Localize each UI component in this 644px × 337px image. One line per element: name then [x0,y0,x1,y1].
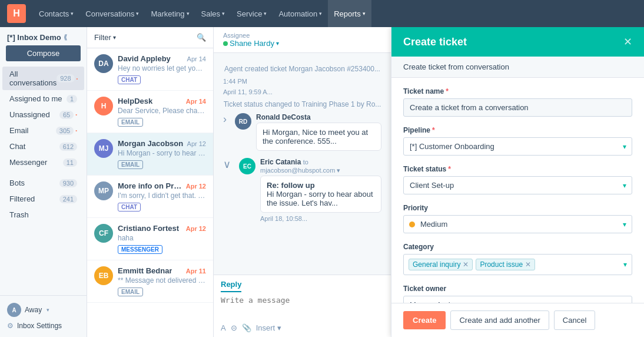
compose-button[interactable]: Compose [6,45,81,61]
nav-reports[interactable]: Reports ▾ [328,0,371,27]
create-ticket-panel: Create ticket ✕ Create ticket from conve… [391,27,644,337]
cancel-button[interactable]: Cancel [554,310,595,330]
reply-tab[interactable]: Reply [221,280,241,292]
insert-button[interactable]: Insert ▾ [256,323,281,332]
category-tags-input[interactable]: General inquiry ✕ Product issue ✕ ▾ [403,254,632,275]
panel-header: Create ticket ✕ [391,27,644,57]
filter-button[interactable]: Filter ▾ [94,33,116,42]
chevron-down-icon: ▾ [276,40,279,47]
search-button[interactable]: 🔍 [197,33,206,42]
collapse-icon[interactable]: ∨ [223,158,231,222]
message-time: April 18, 10:58... [260,215,381,222]
ticket-status-select[interactable]: Client Set-upNewIn ProgressClosed [403,176,632,194]
sidebar-header: [*] Inbox Demo ⟪ [0,27,87,45]
sidebar-item-messenger[interactable]: Messenger 11 [2,155,84,170]
nav-service[interactable]: Service ▾ [231,0,273,27]
expand-icon[interactable]: › [223,113,227,151]
avatar: RD [235,113,251,130]
avatar: MP [94,181,113,200]
system-message: Ticket status changed to Training Phase … [223,100,381,108]
panel-title: Create ticket [403,36,467,48]
chevron-down-icon: ▾ [136,11,139,16]
conv-header: Assignee Shane Hardy ▾ [214,27,391,53]
panel-footer: Create Create and add another Cancel [391,303,644,337]
message-time: 1:44 PM [223,78,381,85]
nav-conversations[interactable]: Conversations ▾ [79,0,145,27]
nav-sales[interactable]: Sales ▾ [195,0,231,27]
chevron-down-icon: ▾ [264,11,267,16]
gear-icon: ⚙ [7,322,14,330]
sidebar-item-all-conversations[interactable]: All conversations 928 • [2,67,84,90]
reply-area: Reply A ⊝ 📎 Insert ▾ [214,275,391,337]
conversation-list: Filter ▾ 🔍 DA David Appleby Apr 14 Hey n… [87,27,214,337]
conv-item[interactable]: MP More info on Produ... Apr 12 I'm sorr… [87,176,213,218]
paperclip-icon[interactable]: 📎 [242,323,251,332]
sidebar-item-filtered[interactable]: Filtered 241 [2,191,84,206]
create-button[interactable]: Create [403,311,446,329]
reply-toolbar: A ⊝ 📎 Insert ▾ [221,323,384,332]
attachment-button[interactable]: ⊝ [231,323,237,332]
ticket-name-input[interactable] [403,98,632,117]
avatar: DA [94,54,113,73]
pipeline-select[interactable]: [*] Customer OnboardingSales PipelineSup… [403,137,632,156]
unread-dot: • [75,112,77,117]
hubspot-logo: H [7,4,26,23]
away-status[interactable]: A Away ▾ [7,300,79,319]
format-text-button[interactable]: A [221,323,226,332]
avatar: H [94,97,113,115]
conv-item[interactable]: H HelpDesk Apr 14 Dear Service, Please c… [87,91,213,133]
chevron-down-icon: ▾ [71,11,74,16]
nav-marketing[interactable]: Marketing ▾ [145,0,195,27]
sidebar-item-chat[interactable]: Chat 612 [2,139,84,154]
sidebar: [*] Inbox Demo ⟪ Compose All conversatio… [0,27,87,337]
chevron-down-icon: ▾ [363,11,366,16]
inbox-settings[interactable]: ⚙ Inbox Settings [7,319,79,332]
conversation-main: Assignee Shane Hardy ▾ Agent created tic… [214,27,391,337]
chevron-down-icon[interactable]: ▾ [623,260,627,269]
conv-list-header: Filter ▾ 🔍 [87,27,213,48]
create-and-add-another-button[interactable]: Create and add another [450,310,549,330]
avatar: EB [94,266,113,285]
chevron-down-icon: ▾ [113,34,116,41]
panel-subheader: Create ticket from conversation [391,57,644,78]
sidebar-footer: A Away ▾ ⚙ Inbox Settings [0,295,87,337]
sidebar-item-unassigned[interactable]: Unassigned 65 • [2,107,84,122]
sidebar-item-trash[interactable]: Trash [2,207,84,222]
conv-item[interactable]: EB Emmitt Bednar Apr 11 ** Message not d… [87,260,213,303]
inbox-label[interactable]: [*] Inbox Demo ⟪ [7,33,67,42]
sidebar-item-bots[interactable]: Bots 930 [2,176,84,190]
online-status-dot [223,41,228,46]
pipeline-select-wrap: [*] Customer OnboardingSales PipelineSup… [403,137,632,156]
priority-select[interactable]: LowMediumHighCritical [403,215,632,233]
ticket-owner-select[interactable]: Marcus AndrewsShane HardyRonald DeCosta [403,296,632,303]
chevron-down-icon: ▾ [187,11,190,16]
ticket-name-group: Ticket name * [403,87,632,117]
remove-tag-button[interactable]: ✕ [463,260,469,269]
chevron-down-icon: ▾ [222,11,225,16]
conv-item[interactable]: MJ Morgan Jacobson Apr 12 Hi Morgan - so… [87,133,213,176]
conv-item[interactable]: CF Cristiano Fortest Apr 12 haha MESSENG… [87,218,213,260]
message-area: Agent created ticket Morgan Jacobson #25… [214,53,391,275]
avatar: CF [94,224,113,243]
message-row: ∨ EC Eric Catania to mjacobson@hubspot.c… [223,158,381,222]
collapse-icon: ⟪ [64,34,67,41]
sidebar-item-email[interactable]: Email 305 • [2,123,84,138]
pipeline-group: Pipeline * [*] Customer OnboardingSales … [403,126,632,156]
ticket-owner-group: Ticket owner Marcus AndrewsShane HardyRo… [403,285,632,303]
system-message: Agent created ticket Morgan Jacobson #25… [223,65,381,73]
ticket-status-group: Ticket status * Client Set-upNewIn Progr… [403,165,632,194]
status-select-wrap: Client Set-upNewIn ProgressClosed ▾ [403,176,632,194]
nav-automation[interactable]: Automation ▾ [273,0,328,27]
close-button[interactable]: ✕ [623,35,632,48]
sidebar-item-assigned-to-me[interactable]: Assigned to me 1 [2,91,84,106]
panel-body: Ticket name * Pipeline * [*] Customer On… [391,78,644,303]
nav-contacts[interactable]: Contacts ▾ [33,0,79,27]
category-tag: General inquiry ✕ [409,259,473,270]
reply-input[interactable] [221,296,384,319]
top-nav: H Contacts ▾ Conversations ▾ Marketing ▾… [0,0,644,27]
unread-dot: • [77,76,78,81]
avatar: EC [239,158,255,174]
unread-dot: • [75,128,77,133]
remove-tag-button[interactable]: ✕ [525,260,531,269]
conv-item[interactable]: DA David Appleby Apr 14 Hey no worries l… [87,48,213,91]
